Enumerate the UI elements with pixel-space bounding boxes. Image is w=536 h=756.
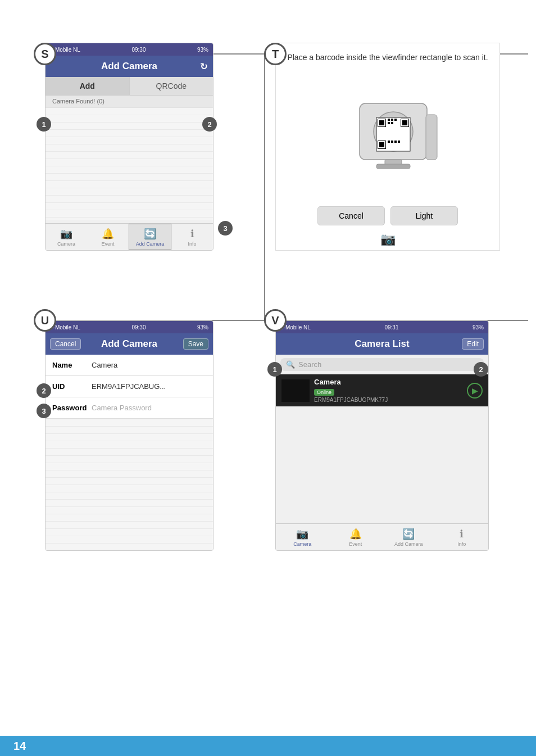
svg-rect-23 (376, 164, 410, 169)
v-info-tab-icon: ℹ (460, 528, 464, 540)
v-nav-bar: Camera List Edit (276, 333, 488, 355)
u-name-label: Name (52, 361, 92, 369)
u-status-bar: T-Mobile NL 09:30 93% (46, 321, 213, 333)
u-uid-label: UID (52, 382, 92, 391)
u-uid-row: UID ERM9A1FPJCABUG... (46, 376, 213, 397)
u-save-button[interactable]: Save (183, 338, 208, 350)
u-cancel-button[interactable]: Cancel (50, 338, 81, 350)
v-tab-info[interactable]: ℹ Info (435, 524, 489, 550)
page-number: 14 (13, 740, 26, 753)
v-step1: 1 (267, 362, 282, 377)
v-tab-addcamera-label: Add Camera (394, 541, 423, 547)
s-battery: 93% (197, 47, 208, 53)
svg-rect-21 (398, 141, 400, 143)
v-camera-status: Online (314, 389, 334, 396)
v-camera-uid: ERM9A1FPJCABUGPMK77J (314, 397, 462, 403)
u-battery: 93% (197, 324, 208, 331)
svg-rect-15 (388, 122, 390, 124)
s-step2: 2 (202, 117, 217, 132)
section-v-label: V (264, 309, 287, 332)
v-camera-name: Camera (314, 378, 462, 386)
t-instruction: Place a barcode inside the viewfinder re… (276, 43, 499, 73)
s-nav-bar: Add Camera ↻ (46, 56, 213, 77)
v-edit-button[interactable]: Edit (462, 338, 484, 350)
v-status-bar: T-Mobile NL 09:31 93% (276, 321, 488, 333)
svg-rect-16 (391, 122, 393, 124)
u-step3: 3 (37, 404, 51, 418)
u-password-label: Password (52, 404, 92, 412)
s-tab-info[interactable]: ℹ Info (171, 224, 213, 250)
svg-rect-24 (426, 115, 437, 160)
s-tab-info-label: Info (188, 241, 196, 247)
s-tab-bar: 📷 Camera 🔔 Event 🔄 Add Camera ℹ Info (46, 223, 213, 250)
u-nav-bar: Cancel Add Camera Save (46, 333, 213, 355)
u-filler (46, 419, 213, 551)
v-search-bar[interactable]: 🔍 Search (280, 358, 484, 371)
v-tab-info-label: Info (457, 541, 466, 547)
section-t-area: Place a barcode inside the viewfinder re… (275, 43, 500, 251)
s-time: 09:30 (131, 47, 146, 53)
s-tab-addcamera-label: Add Camera (136, 241, 165, 247)
section-t-label: T (264, 43, 287, 65)
svg-rect-13 (388, 119, 390, 121)
svg-rect-17 (394, 119, 397, 121)
u-password-placeholder[interactable]: Camera Password (92, 404, 152, 412)
s-event-icon: 🔔 (102, 228, 114, 240)
svg-rect-9 (402, 120, 407, 125)
t-camera-icon-row: 📷 (276, 230, 499, 249)
v-camera-arrow[interactable]: ▶ (467, 383, 483, 399)
v-step2: 2 (474, 362, 488, 377)
svg-rect-12 (379, 142, 384, 147)
v-camera-tab-icon: 📷 (296, 528, 308, 540)
v-tab-addcamera[interactable]: 🔄 Add Camera (382, 524, 435, 550)
t-camera-shutter-icon: 📷 (380, 232, 396, 247)
s-battery-area: 93% (197, 47, 208, 53)
v-tab-event[interactable]: 🔔 Event (329, 524, 383, 550)
v-battery-area: 93% (473, 324, 484, 331)
v-event-tab-icon: 🔔 (349, 528, 362, 540)
section-s-phone: T-Mobile NL 09:30 93% Add Camera ↻ Add Q… (45, 43, 214, 251)
t-light-button[interactable]: Light (390, 206, 458, 225)
u-battery-area: 93% (197, 324, 208, 331)
v-camera-info: Camera Online ERM9A1FPJCABUGPMK77J (314, 378, 462, 403)
u-name-value[interactable]: Camera (92, 361, 206, 369)
v-tab-bar: 📷 Camera 🔔 Event 🔄 Add Camera ℹ Info (276, 523, 488, 550)
s-addcamera-icon: 🔄 (144, 228, 156, 240)
v-camera-thumb (281, 379, 310, 402)
section-u-label: U (34, 309, 56, 332)
t-cancel-button[interactable]: Cancel (317, 206, 385, 225)
s-tab-camera[interactable]: 📷 Camera (46, 224, 87, 250)
s-tab-addcamera[interactable]: 🔄 Add Camera (129, 224, 171, 250)
v-tab-camera[interactable]: 📷 Camera (276, 524, 329, 550)
section-v-phone: T-Mobile NL 09:31 93% Camera List Edit 🔍… (275, 320, 489, 551)
s-add-tab[interactable]: Add (46, 77, 130, 95)
section-u-phone: T-Mobile NL 09:30 93% Cancel Add Camera … (45, 320, 214, 551)
u-time: 09:30 (131, 324, 146, 331)
v-addcamera-tab-icon: 🔄 (402, 528, 415, 540)
s-tab-camera-label: Camera (57, 241, 75, 247)
s-empty-list (46, 107, 213, 220)
s-mode-tabs: Add QRCode (46, 77, 213, 96)
u-step2: 2 (37, 383, 51, 398)
v-camera-item[interactable]: Camera Online ERM9A1FPJCABUGPMK77J ▶ (276, 374, 488, 406)
s-step1: 1 (37, 117, 51, 132)
u-name-row: Name Camera (46, 355, 213, 376)
v-search-placeholder: Search (298, 360, 321, 369)
page-footer: 14 (0, 736, 536, 756)
s-tab-event[interactable]: 🔔 Event (87, 224, 129, 250)
s-qrcode-tab[interactable]: QRCode (130, 77, 214, 95)
svg-rect-19 (391, 141, 393, 143)
u-uid-value[interactable]: ERM9A1FPJCABUG... (92, 382, 206, 391)
svg-rect-14 (391, 119, 393, 121)
v-search-icon: 🔍 (286, 360, 295, 369)
svg-rect-6 (379, 120, 384, 125)
s-refresh-icon[interactable]: ↻ (200, 61, 207, 72)
u-password-row: Password Camera Password (46, 397, 213, 419)
svg-rect-20 (394, 141, 397, 143)
t-camera-illustration (326, 81, 449, 193)
v-battery: 93% (473, 324, 484, 331)
s-step3: 3 (218, 221, 233, 236)
vertical-divider (264, 53, 265, 321)
s-nav-title: Add Camera (101, 61, 157, 72)
section-s-label: S (34, 43, 56, 65)
